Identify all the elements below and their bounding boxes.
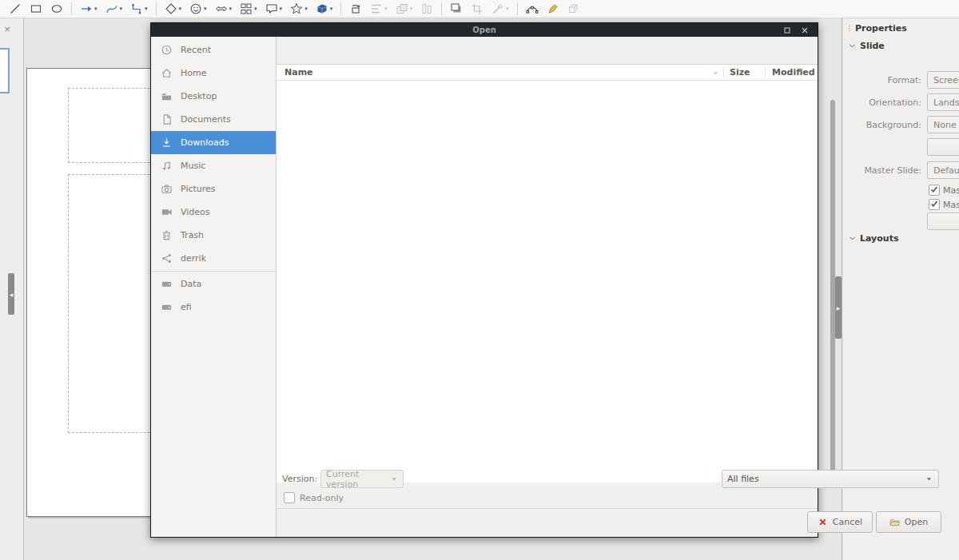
readonly-checkbox[interactable]: Read-only (284, 492, 344, 503)
dropdown-arrow-icon: ▾ (229, 6, 233, 12)
sidebar-item-label: Music (181, 161, 205, 171)
toggle-extrusion-button (565, 1, 583, 17)
slide-section-header[interactable]: Slide (843, 38, 959, 54)
ellipse-button[interactable] (48, 1, 66, 17)
format-select[interactable]: Screen (927, 71, 959, 89)
document-icon (161, 113, 173, 125)
line-ends-arrow-button[interactable]: ▾ (78, 1, 100, 17)
shadow-button[interactable] (448, 1, 465, 17)
sidebar-item-trash[interactable]: Trash (151, 224, 276, 247)
column-header-modified[interactable]: Modified (765, 67, 818, 77)
edit-points-button[interactable] (523, 1, 541, 17)
sidebar-item-home[interactable]: Home (151, 62, 276, 85)
dropdown-arrow-icon: ▾ (94, 6, 97, 12)
callout-shapes-button[interactable]: ▾ (263, 1, 285, 17)
check-icon (929, 199, 939, 209)
sidebar-splitter[interactable]: ▶ (835, 276, 842, 339)
column-header-name[interactable]: Name (277, 67, 723, 77)
flowchart-shapes-button[interactable]: ▾ (237, 1, 260, 17)
glue-points-button[interactable] (544, 1, 562, 17)
sidebar-item-derrik[interactable]: derrik (151, 247, 276, 270)
sidebar-item-label: Videos (181, 207, 210, 217)
distribute-icon (420, 2, 433, 15)
dropdown-arrow-icon: ▾ (204, 6, 207, 12)
music-icon (161, 160, 173, 172)
filetype-select[interactable]: All files (722, 470, 939, 488)
open-folder-icon (889, 517, 900, 527)
dialog-titlebar[interactable]: Open (151, 23, 818, 37)
sidebar-item-desktop[interactable]: Desktop (151, 85, 276, 108)
sidebar-item-label: derrik (181, 253, 206, 264)
sidebar-item-recent[interactable]: Recent (151, 38, 276, 62)
dropdown-arrow-icon: ▾ (145, 6, 148, 12)
sidebar-item-videos[interactable]: Videos (151, 201, 276, 224)
version-select[interactable]: Current version (320, 470, 404, 488)
3d-objects-icon (316, 2, 328, 15)
slide-thumbnail[interactable] (0, 48, 10, 93)
sidebar-item-efi[interactable]: efi (151, 296, 276, 319)
crop-image-button (468, 1, 486, 17)
sidebar-item-label: Pictures (181, 184, 216, 194)
callout-shapes-icon (265, 2, 278, 15)
folder-icon (161, 90, 173, 102)
close-icon (800, 26, 810, 35)
star-shapes-button[interactable]: ▾ (288, 1, 310, 17)
dropdown-arrow-icon: ▾ (384, 6, 388, 12)
sidebar-item-pictures[interactable]: Pictures (151, 177, 276, 201)
close-button[interactable] (800, 25, 813, 36)
symbol-shapes-icon (189, 2, 202, 15)
orientation-select[interactable]: Landsca (927, 93, 959, 111)
sidebar-item-documents[interactable]: Documents (151, 108, 276, 131)
version-label: Version: (282, 474, 317, 484)
dropdown-arrow-icon: ▾ (280, 6, 283, 12)
slides-panel-close-icon[interactable]: × (2, 25, 12, 34)
background-label: Background: (843, 120, 921, 130)
rectangle-button[interactable] (27, 1, 45, 17)
basic-shapes-button[interactable]: ▾ (162, 1, 185, 17)
share-icon (161, 252, 173, 264)
maximize-button[interactable] (782, 25, 795, 36)
left-panel-splitter[interactable]: ◀ (8, 273, 14, 315)
symbol-shapes-button[interactable]: ▾ (187, 1, 209, 17)
insert-line-icon (9, 2, 22, 15)
curve-button[interactable]: ▾ (103, 1, 125, 17)
cancel-button[interactable]: Cancel (807, 511, 873, 533)
toolbar-separator (71, 2, 72, 15)
dialog-title: Open (186, 26, 782, 34)
rotate-icon (349, 2, 362, 15)
block-arrows-button[interactable]: ▾ (213, 1, 235, 17)
dropdown-arrow-icon: ▾ (304, 6, 308, 12)
properties-title: Properties (855, 23, 907, 34)
sidebar-item-label: Documents (181, 114, 231, 125)
grip-icon (846, 22, 854, 34)
master-view-button[interactable]: Mas (927, 212, 959, 230)
3d-objects-button[interactable]: ▾ (313, 1, 336, 17)
camera-icon (161, 183, 173, 195)
sidebar-item-label: Downloads (181, 137, 229, 148)
connector-button[interactable]: ▾ (128, 1, 150, 17)
crop-icon (471, 2, 483, 15)
drive-icon (161, 301, 173, 313)
sidebar-item-downloads[interactable]: Downloads (151, 131, 276, 154)
master-slide-select[interactable]: Default (927, 161, 959, 179)
layouts-section-title: Layouts (860, 233, 898, 244)
toolbar-separator (517, 2, 518, 15)
distribute-button (418, 1, 436, 17)
layouts-section-header[interactable]: Layouts (843, 230, 959, 246)
flowchart-icon (240, 2, 253, 15)
master-background-checkbox[interactable]: Maste (929, 185, 959, 196)
column-header-size[interactable]: Size (723, 67, 765, 77)
open-button[interactable]: Open (876, 511, 941, 533)
sidebar-item-music[interactable]: Music (151, 154, 276, 177)
background-select[interactable]: None (927, 116, 959, 133)
sidebar-item-data[interactable]: Data (151, 272, 276, 296)
chevron-down-icon (848, 42, 857, 50)
dropdown-arrow-icon: ▾ (506, 6, 509, 12)
insert-line-button[interactable] (6, 1, 24, 17)
rotate-button[interactable] (347, 1, 364, 17)
basic-shapes-icon (165, 2, 177, 15)
master-objects-checkbox[interactable]: Maste (929, 199, 959, 210)
sidebar-item-label: Home (181, 68, 206, 78)
insert-image-button[interactable]: Inse (927, 138, 959, 156)
check-icon (929, 185, 939, 194)
